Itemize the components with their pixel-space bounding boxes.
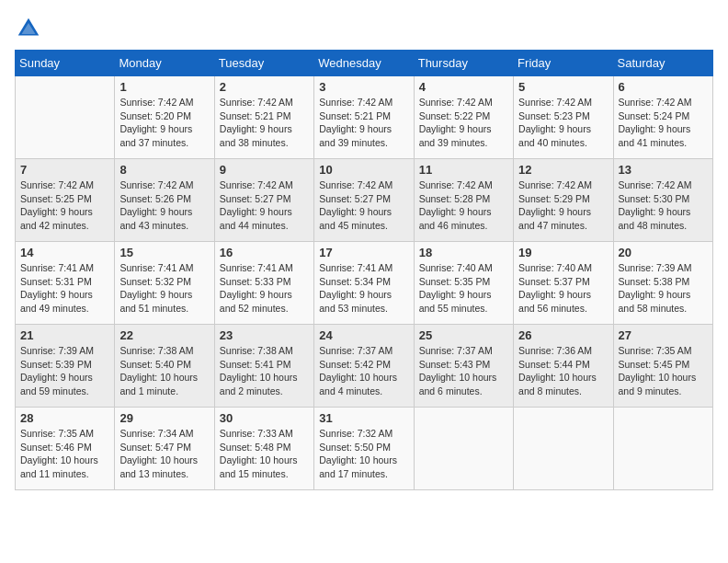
day-number: 16 — [220, 246, 309, 259]
day-of-week-header: Saturday — [613, 51, 712, 76]
day-info: Sunrise: 7:42 AM Sunset: 5:26 PM Dayligh… — [119, 178, 209, 233]
day-info: Sunrise: 7:35 AM Sunset: 5:45 PM Dayligh… — [619, 344, 708, 398]
day-number: 13 — [619, 163, 708, 177]
calendar-cell: 25Sunrise: 7:37 AM Sunset: 5:43 PM Dayli… — [414, 325, 513, 408]
calendar-cell: 23Sunrise: 7:38 AM Sunset: 5:41 PM Dayli… — [214, 325, 313, 408]
day-number: 12 — [518, 163, 608, 177]
day-info: Sunrise: 7:42 AM Sunset: 5:25 PM Dayligh… — [20, 178, 109, 233]
day-number: 7 — [20, 163, 109, 177]
day-info: Sunrise: 7:41 AM Sunset: 5:31 PM Dayligh… — [20, 261, 109, 316]
day-info: Sunrise: 7:36 AM Sunset: 5:44 PM Dayligh… — [518, 344, 608, 398]
day-info: Sunrise: 7:42 AM Sunset: 5:27 PM Dayligh… — [319, 178, 408, 233]
calendar-cell: 18Sunrise: 7:40 AM Sunset: 5:35 PM Dayli… — [414, 242, 513, 325]
calendar-cell — [414, 408, 513, 490]
day-info: Sunrise: 7:42 AM Sunset: 5:29 PM Dayligh… — [518, 178, 608, 233]
calendar-cell: 11Sunrise: 7:42 AM Sunset: 5:28 PM Dayli… — [414, 159, 513, 242]
day-info: Sunrise: 7:39 AM Sunset: 5:39 PM Dayligh… — [20, 344, 109, 398]
day-number: 25 — [419, 328, 508, 342]
day-of-week-header: Friday — [514, 51, 613, 76]
day-number: 26 — [518, 328, 608, 342]
day-number: 22 — [119, 328, 209, 342]
day-number: 5 — [518, 80, 608, 94]
day-info: Sunrise: 7:38 AM Sunset: 5:41 PM Dayligh… — [220, 344, 309, 398]
day-info: Sunrise: 7:32 AM Sunset: 5:50 PM Dayligh… — [319, 427, 408, 481]
day-number: 18 — [419, 246, 508, 259]
calendar-cell — [613, 408, 712, 490]
calendar-cell: 26Sunrise: 7:36 AM Sunset: 5:44 PM Dayli… — [514, 325, 613, 408]
calendar-cell: 16Sunrise: 7:41 AM Sunset: 5:33 PM Dayli… — [214, 242, 313, 325]
day-number: 2 — [220, 80, 309, 94]
day-number: 21 — [20, 328, 109, 342]
calendar-table: SundayMondayTuesdayWednesdayThursdayFrid… — [15, 50, 713, 490]
calendar-week-row: 28Sunrise: 7:35 AM Sunset: 5:46 PM Dayli… — [16, 408, 713, 490]
day-info: Sunrise: 7:37 AM Sunset: 5:43 PM Dayligh… — [419, 344, 508, 398]
calendar-cell: 12Sunrise: 7:42 AM Sunset: 5:29 PM Dayli… — [514, 159, 613, 242]
day-number: 3 — [319, 80, 408, 94]
day-info: Sunrise: 7:42 AM Sunset: 5:28 PM Dayligh… — [419, 178, 508, 233]
day-of-week-header: Wednesday — [314, 51, 414, 76]
calendar-cell: 14Sunrise: 7:41 AM Sunset: 5:31 PM Dayli… — [16, 242, 115, 325]
day-info: Sunrise: 7:34 AM Sunset: 5:47 PM Dayligh… — [119, 427, 209, 481]
day-info: Sunrise: 7:40 AM Sunset: 5:37 PM Dayligh… — [518, 261, 608, 316]
day-number: 30 — [220, 411, 309, 425]
calendar-cell: 8Sunrise: 7:42 AM Sunset: 5:26 PM Daylig… — [115, 159, 214, 242]
day-number: 19 — [518, 246, 608, 259]
day-number: 15 — [119, 246, 209, 259]
calendar-cell: 2Sunrise: 7:42 AM Sunset: 5:21 PM Daylig… — [214, 76, 313, 159]
calendar-cell — [514, 408, 613, 490]
day-info: Sunrise: 7:41 AM Sunset: 5:34 PM Dayligh… — [319, 261, 408, 316]
day-number: 29 — [119, 411, 209, 425]
day-info: Sunrise: 7:42 AM Sunset: 5:21 PM Dayligh… — [319, 96, 408, 150]
day-number: 8 — [119, 163, 209, 177]
calendar-cell: 1Sunrise: 7:42 AM Sunset: 5:20 PM Daylig… — [115, 76, 214, 159]
calendar-cell: 21Sunrise: 7:39 AM Sunset: 5:39 PM Dayli… — [16, 325, 115, 408]
day-info: Sunrise: 7:42 AM Sunset: 5:21 PM Dayligh… — [220, 96, 309, 150]
logo-icon — [15, 15, 42, 42]
day-info: Sunrise: 7:42 AM Sunset: 5:22 PM Dayligh… — [419, 96, 508, 150]
day-info: Sunrise: 7:42 AM Sunset: 5:23 PM Dayligh… — [518, 96, 608, 150]
day-number: 17 — [319, 246, 408, 259]
calendar-cell: 19Sunrise: 7:40 AM Sunset: 5:37 PM Dayli… — [514, 242, 613, 325]
day-number: 4 — [419, 80, 508, 94]
day-info: Sunrise: 7:38 AM Sunset: 5:40 PM Dayligh… — [119, 344, 209, 398]
logo — [15, 15, 46, 42]
calendar-cell: 28Sunrise: 7:35 AM Sunset: 5:46 PM Dayli… — [16, 408, 115, 490]
day-number: 20 — [619, 246, 708, 259]
calendar-cell: 22Sunrise: 7:38 AM Sunset: 5:40 PM Dayli… — [115, 325, 214, 408]
page-header — [15, 15, 713, 42]
calendar-cell — [16, 76, 115, 159]
day-of-week-header: Sunday — [16, 51, 115, 76]
day-number: 24 — [319, 328, 408, 342]
calendar-cell: 30Sunrise: 7:33 AM Sunset: 5:48 PM Dayli… — [214, 408, 313, 490]
calendar-cell: 3Sunrise: 7:42 AM Sunset: 5:21 PM Daylig… — [314, 76, 414, 159]
calendar-cell: 20Sunrise: 7:39 AM Sunset: 5:38 PM Dayli… — [613, 242, 712, 325]
calendar-cell: 9Sunrise: 7:42 AM Sunset: 5:27 PM Daylig… — [214, 159, 313, 242]
calendar-week-row: 1Sunrise: 7:42 AM Sunset: 5:20 PM Daylig… — [16, 76, 713, 159]
day-number: 10 — [319, 163, 408, 177]
calendar-cell: 7Sunrise: 7:42 AM Sunset: 5:25 PM Daylig… — [16, 159, 115, 242]
day-info: Sunrise: 7:41 AM Sunset: 5:32 PM Dayligh… — [119, 261, 209, 316]
day-number: 23 — [220, 328, 309, 342]
calendar-week-row: 7Sunrise: 7:42 AM Sunset: 5:25 PM Daylig… — [16, 159, 713, 242]
day-number: 11 — [419, 163, 508, 177]
calendar-cell: 6Sunrise: 7:42 AM Sunset: 5:24 PM Daylig… — [613, 76, 712, 159]
calendar-cell: 17Sunrise: 7:41 AM Sunset: 5:34 PM Dayli… — [314, 242, 414, 325]
day-number: 31 — [319, 411, 408, 425]
calendar-cell: 24Sunrise: 7:37 AM Sunset: 5:42 PM Dayli… — [314, 325, 414, 408]
calendar-cell: 27Sunrise: 7:35 AM Sunset: 5:45 PM Dayli… — [613, 325, 712, 408]
day-info: Sunrise: 7:42 AM Sunset: 5:20 PM Dayligh… — [119, 96, 209, 150]
calendar-cell: 4Sunrise: 7:42 AM Sunset: 5:22 PM Daylig… — [414, 76, 513, 159]
day-number: 27 — [619, 328, 708, 342]
calendar-week-row: 14Sunrise: 7:41 AM Sunset: 5:31 PM Dayli… — [16, 242, 713, 325]
day-of-week-header: Thursday — [414, 51, 513, 76]
calendar-week-row: 21Sunrise: 7:39 AM Sunset: 5:39 PM Dayli… — [16, 325, 713, 408]
calendar-cell: 5Sunrise: 7:42 AM Sunset: 5:23 PM Daylig… — [514, 76, 613, 159]
day-info: Sunrise: 7:42 AM Sunset: 5:27 PM Dayligh… — [220, 178, 309, 233]
day-number: 6 — [619, 80, 708, 94]
day-info: Sunrise: 7:42 AM Sunset: 5:24 PM Dayligh… — [619, 96, 708, 150]
day-number: 14 — [20, 246, 109, 259]
day-of-week-header: Monday — [115, 51, 214, 76]
day-of-week-header: Tuesday — [214, 51, 313, 76]
day-info: Sunrise: 7:37 AM Sunset: 5:42 PM Dayligh… — [319, 344, 408, 398]
calendar-cell: 13Sunrise: 7:42 AM Sunset: 5:30 PM Dayli… — [613, 159, 712, 242]
